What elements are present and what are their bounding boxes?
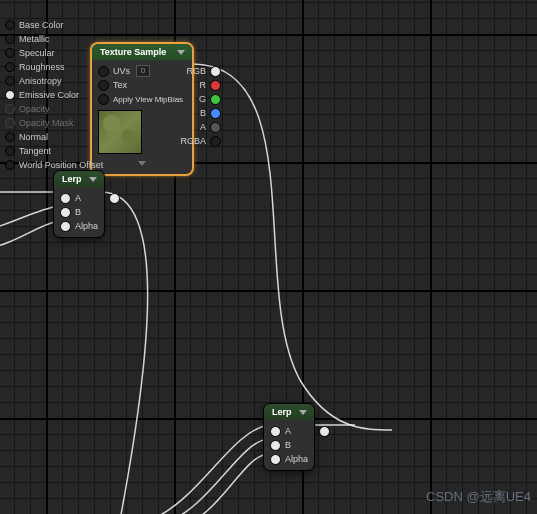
lerp-node-1[interactable]: Lerp A B Alpha <box>54 171 104 237</box>
pin-icon <box>60 207 71 218</box>
pin-icon <box>5 90 15 100</box>
lerp2-input-a[interactable]: A <box>264 424 318 438</box>
collapse-icon[interactable] <box>299 410 307 415</box>
pin-icon <box>98 94 109 105</box>
input-uvs[interactable]: UVs 0 <box>92 64 193 78</box>
pin-icon <box>5 48 15 58</box>
pin-base-color-label: Base Color <box>15 20 68 30</box>
lerp1-input-b[interactable]: B <box>54 205 108 219</box>
pin-icon <box>5 132 15 142</box>
pin-icon <box>5 76 15 86</box>
output-rgb-label: RGB <box>183 66 211 76</box>
pin-icon <box>5 34 15 44</box>
lerp1-a-label: A <box>71 193 85 203</box>
pin-icon <box>5 118 15 128</box>
input-mipbias-label: Apply View MipBias <box>109 95 187 104</box>
output-r[interactable]: R <box>193 78 227 92</box>
pin-icon <box>60 193 71 204</box>
uvs-default-box[interactable]: 0 <box>136 65 150 77</box>
pin-opacity-mask[interactable]: Opacity Mask <box>0 116 76 130</box>
lerp1-b-label: B <box>71 207 85 217</box>
pin-wpo[interactable]: World Position Offset <box>0 158 76 172</box>
pin-icon <box>98 80 109 91</box>
pin-icon <box>60 221 71 232</box>
lerp1-input-a[interactable]: A <box>54 191 108 205</box>
pin-wpo-label: World Position Offset <box>15 160 107 170</box>
pin-opacity[interactable]: Opacity <box>0 102 76 116</box>
lerp2-input-alpha[interactable]: Alpha <box>264 452 318 466</box>
pin-opacity-mask-label: Opacity Mask <box>15 118 78 128</box>
pin-icon <box>210 136 221 147</box>
input-tex-label: Tex <box>109 80 131 90</box>
output-g-label: G <box>195 94 210 104</box>
pin-base-color[interactable]: Base Color <box>0 18 76 32</box>
output-rgb[interactable]: RGB <box>193 64 227 78</box>
lerp1-input-alpha[interactable]: Alpha <box>54 219 108 233</box>
pin-anisotropy[interactable]: Anisotropy <box>0 74 76 88</box>
pin-metallic[interactable]: Metallic <box>0 32 76 46</box>
input-mipbias[interactable]: Apply View MipBias <box>92 92 193 106</box>
collapse-icon[interactable] <box>89 177 97 182</box>
pin-icon <box>319 426 330 437</box>
pin-icon <box>270 440 281 451</box>
pin-specular-label: Specular <box>15 48 59 58</box>
pin-normal[interactable]: Normal <box>0 130 76 144</box>
pin-icon <box>109 193 120 204</box>
pin-emissive[interactable]: Emissive Color <box>0 88 76 102</box>
pin-specular[interactable]: Specular <box>0 46 76 60</box>
pin-tangent[interactable]: Tangent <box>0 144 76 158</box>
output-a[interactable]: A <box>193 120 227 134</box>
texture-sample-title-label: Texture Sample <box>100 47 166 57</box>
pin-icon <box>210 94 221 105</box>
input-uvs-label: UVs <box>109 66 134 76</box>
chevron-down-icon <box>138 161 146 166</box>
pin-icon <box>5 146 15 156</box>
output-g[interactable]: G <box>193 92 227 106</box>
pin-icon <box>210 108 221 119</box>
lerp2-title-label: Lerp <box>272 407 292 417</box>
pin-icon <box>5 20 15 30</box>
lerp2-a-label: A <box>281 426 295 436</box>
pin-opacity-label: Opacity <box>15 104 54 114</box>
lerp2-output[interactable] <box>318 424 332 438</box>
output-rgba[interactable]: RGBA <box>193 134 227 148</box>
output-rgba-label: RGBA <box>177 136 211 146</box>
collapse-icon[interactable] <box>177 50 185 55</box>
texture-sample-title[interactable]: Texture Sample <box>92 44 192 60</box>
pin-icon <box>210 66 221 77</box>
texture-sample-node[interactable]: Texture Sample UVs 0 Tex <box>92 44 192 174</box>
pin-icon <box>270 454 281 465</box>
pin-icon <box>5 160 15 170</box>
pin-icon <box>98 66 109 77</box>
pin-icon <box>5 104 15 114</box>
output-a-label: A <box>196 122 210 132</box>
input-tex[interactable]: Tex <box>92 78 193 92</box>
pin-icon <box>5 62 15 72</box>
lerp2-b-label: B <box>281 440 295 450</box>
pin-anisotropy-label: Anisotropy <box>15 76 66 86</box>
pin-icon <box>210 122 221 133</box>
lerp1-output[interactable] <box>108 191 122 205</box>
output-r-label: R <box>196 80 211 90</box>
lerp-node-2[interactable]: Lerp A B Alpha <box>264 404 314 470</box>
lerp1-alpha-label: Alpha <box>71 221 102 231</box>
pin-roughness-label: Roughness <box>15 62 69 72</box>
pin-metallic-label: Metallic <box>15 34 54 44</box>
texture-preview[interactable] <box>98 110 142 154</box>
pin-icon <box>210 80 221 91</box>
lerp2-input-b[interactable]: B <box>264 438 318 452</box>
pin-normal-label: Normal <box>15 132 52 142</box>
output-b-label: B <box>196 108 210 118</box>
pin-tangent-label: Tangent <box>15 146 55 156</box>
pin-emissive-label: Emissive Color <box>15 90 83 100</box>
lerp2-title[interactable]: Lerp <box>264 404 314 420</box>
lerp2-alpha-label: Alpha <box>281 454 312 464</box>
pin-icon <box>270 426 281 437</box>
pin-roughness[interactable]: Roughness <box>0 60 76 74</box>
material-result-node[interactable]: M_RandomMat Base Color Metallic Specular… <box>0 0 76 178</box>
output-b[interactable]: B <box>193 106 227 120</box>
